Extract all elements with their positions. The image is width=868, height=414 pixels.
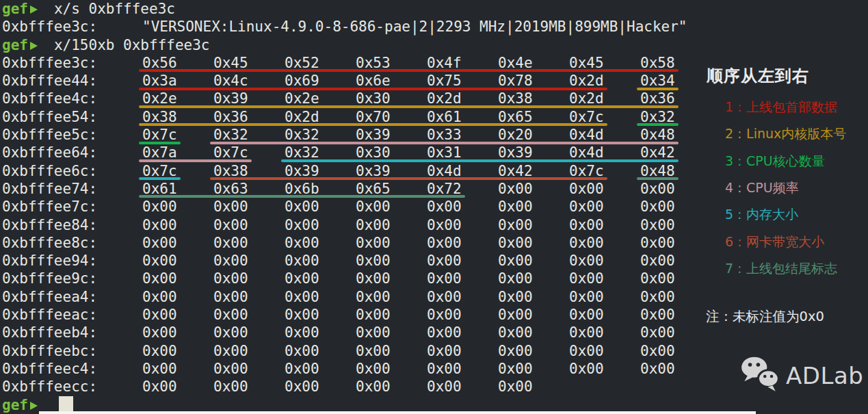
- hex-byte: 0x00: [213, 288, 285, 307]
- hex-byte: 0x00: [142, 306, 213, 324]
- hex-byte: 0x00: [356, 360, 427, 378]
- hex-byte: 0x00: [142, 342, 213, 361]
- hex-byte: 0x00: [356, 288, 427, 307]
- memory-address: 0xbfffee7c:: [2, 198, 142, 216]
- hex-byte: 0x00: [569, 342, 640, 361]
- memory-address: 0xbfffee54:: [2, 108, 142, 127]
- hex-byte: 0x00: [142, 324, 213, 342]
- legend-title: 顺序从左到右: [707, 65, 809, 87]
- hex-byte: 0x00: [427, 360, 498, 378]
- hex-byte: 0x00: [427, 288, 498, 307]
- hex-byte: 0x00: [213, 324, 285, 342]
- prompt-arrow-icon: [30, 402, 38, 410]
- hex-dump-row: 0xbfffeebc:0x000x000x000x000x000x000x000…: [2, 342, 701, 360]
- hex-byte: 0x00: [498, 198, 569, 216]
- legend-item-number: 5：: [725, 207, 746, 222]
- hex-dump-row: 0xbfffee64:0x7a0x7c0x320x300x310x390x4d0…: [2, 144, 701, 161]
- memory-address: 0xbfffeeac:: [2, 306, 142, 324]
- legend-item-label: 网卡带宽大小: [746, 234, 824, 249]
- hex-byte: 0x00: [213, 360, 285, 378]
- legend-item-label: CPU核心数量: [746, 153, 825, 168]
- command-line-x150xb: gefx/150xb 0xbfffee3c: [2, 36, 701, 54]
- legend-item-label: CPU频率: [746, 180, 799, 195]
- hex-dump-row: 0xbfffee3c:0x560x450x520x530x4f0x4e0x450…: [2, 54, 701, 72]
- memory-address: 0xbfffee94:: [2, 252, 142, 270]
- legend-item-5: 5：内存大小: [725, 206, 798, 224]
- hex-byte: 0x00: [213, 270, 285, 288]
- hex-byte: 0x00: [569, 324, 640, 342]
- hex-byte: 0x00: [142, 252, 213, 270]
- hex-dump-row: 0xbfffeea4:0x000x000x000x000x000x000x000…: [2, 288, 701, 306]
- string-value: "VERSONEX:Linux-4.9.0-8-686-pae|2|2293 M…: [142, 18, 687, 35]
- hex-byte: 0x00: [498, 216, 569, 235]
- hex-byte: 0x00: [498, 270, 569, 288]
- hex-byte: 0x00: [356, 306, 427, 324]
- memory-address: 0xbfffee3c:: [2, 18, 142, 36]
- hex-byte: 0x00: [427, 252, 498, 270]
- legend-item-number: 2：: [725, 126, 746, 141]
- hex-byte: 0x00: [356, 234, 427, 253]
- hex-byte: 0x00: [356, 252, 427, 270]
- hex-byte: 0x00: [427, 234, 498, 253]
- hex-byte: 0x00: [285, 342, 356, 361]
- terminal-cursor[interactable]: [59, 396, 73, 412]
- legend-item-7: 7：上线包结尾标志: [725, 260, 837, 278]
- string-output-line: 0xbfffee3c:"VERSONEX:Linux-4.9.0-8-686-p…: [2, 18, 701, 36]
- hex-byte: 0x00: [285, 288, 356, 307]
- legend-item-number: 1：: [725, 99, 746, 114]
- gef-prompt-label: gef: [2, 1, 28, 17]
- legend-item-number: 4：: [725, 180, 746, 195]
- hex-byte: 0x00: [142, 360, 213, 378]
- wechat-icon: [739, 356, 781, 396]
- legend-item-label: 内存大小: [746, 207, 798, 222]
- legend-item-number: 6：: [725, 234, 746, 249]
- legend-item-4: 4：CPU频率: [725, 179, 799, 197]
- hex-dump-row: 0xbfffee8c:0x000x000x000x000x000x000x000…: [2, 234, 701, 252]
- hex-byte: 0x00: [427, 342, 498, 361]
- hex-dump-row: 0xbfffee44:0x3a0x4c0x690x6e0x750x780x2d0…: [2, 72, 701, 90]
- hex-byte: 0x00: [569, 270, 640, 288]
- memory-address: 0xbfffeebc:: [2, 342, 142, 361]
- legend-item-label: 上线包结尾标志: [746, 261, 837, 276]
- memory-address: 0xbfffee5c:: [2, 126, 142, 144]
- legend-item-2: 2：Linux内核版本号: [725, 125, 846, 143]
- hex-dump-row: 0xbfffeeb4:0x000x000x000x000x000x000x000…: [2, 324, 701, 341]
- legend-item-3: 3：CPU核心数量: [725, 153, 825, 170]
- hex-byte: 0x00: [285, 270, 356, 288]
- hex-byte: 0x00: [142, 198, 213, 216]
- hex-byte: 0x00: [498, 360, 569, 378]
- memory-address: 0xbfffeea4:: [2, 288, 142, 307]
- hex-byte: 0x00: [142, 234, 213, 253]
- prompt-arrow-icon: [30, 42, 38, 50]
- hex-byte: 0x00: [427, 324, 498, 342]
- gef-prompt: gef: [2, 0, 38, 18]
- hex-byte: 0x00: [285, 324, 356, 342]
- hex-dump-row: 0xbfffee84:0x000x000x000x000x000x000x000…: [2, 216, 701, 234]
- hex-byte: 0x00: [285, 360, 356, 378]
- hex-byte: 0x00: [427, 216, 498, 235]
- memory-address: 0xbfffee4c:: [2, 90, 142, 108]
- adlab-logo-text: ADLab: [786, 362, 863, 389]
- hex-byte: 0x00: [285, 234, 356, 253]
- hex-byte: 0x00: [498, 342, 569, 361]
- hex-byte: 0x00: [569, 234, 640, 253]
- hex-byte: 0x00: [356, 378, 427, 396]
- hex-byte: 0x00: [498, 378, 569, 396]
- legend-note: 注：未标注值为0x0: [706, 307, 824, 326]
- adlab-watermark: ADLab: [739, 356, 863, 396]
- hex-byte: 0x00: [213, 234, 285, 253]
- hex-byte: 0x00: [356, 342, 427, 361]
- terminal-screen[interactable]: gefx/s 0xbfffee3c0xbfffee3c:"VERSONEX:Li…: [0, 0, 701, 414]
- hex-byte: 0x00: [569, 306, 640, 324]
- hex-dump-row: 0xbfffeecc:0x000x000x000x000x000x00: [2, 378, 701, 396]
- legend-item-number: 3：: [725, 153, 746, 168]
- memory-address: 0xbfffee9c:: [2, 270, 142, 288]
- memory-address: 0xbfffee44:: [2, 72, 142, 90]
- memory-address: 0xbfffee64:: [2, 144, 142, 162]
- command-text: x/150xb 0xbfffee3c: [54, 37, 210, 53]
- hex-byte: 0x00: [285, 252, 356, 270]
- memory-address: 0xbfffee8c:: [2, 234, 142, 253]
- gef-prompt-label: gef: [2, 37, 28, 53]
- hex-byte: 0x00: [427, 306, 498, 324]
- prompt-arrow-icon: [30, 5, 38, 14]
